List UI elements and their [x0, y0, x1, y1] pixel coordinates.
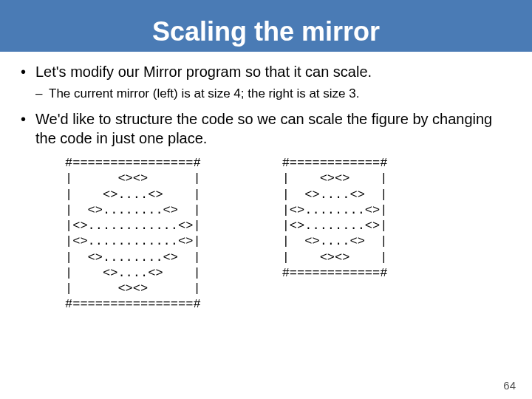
bullet-2: We'd like to structure the code so we ca… [21, 109, 511, 148]
slide-title: Scaling the mirror [152, 16, 380, 52]
mirror-figure-right: #============# | <><> | | <>....<> | |<>… [282, 155, 388, 313]
mirror-figure-left: #================# | <><> | | <>....<> |… [65, 155, 201, 313]
slide-content: Let's modify our Mirror program so that … [0, 52, 532, 313]
figures-row: #================# | <><> | | <>....<> |… [21, 155, 511, 313]
page-number: 64 [503, 379, 516, 392]
bullet-1-text: Let's modify our Mirror program so that … [35, 64, 372, 80]
bullet-1: Let's modify our Mirror program so that … [21, 62, 511, 102]
title-bar: Scaling the mirror [0, 0, 532, 52]
bullet-1-sub: The current mirror (left) is at size 4; … [35, 86, 511, 102]
